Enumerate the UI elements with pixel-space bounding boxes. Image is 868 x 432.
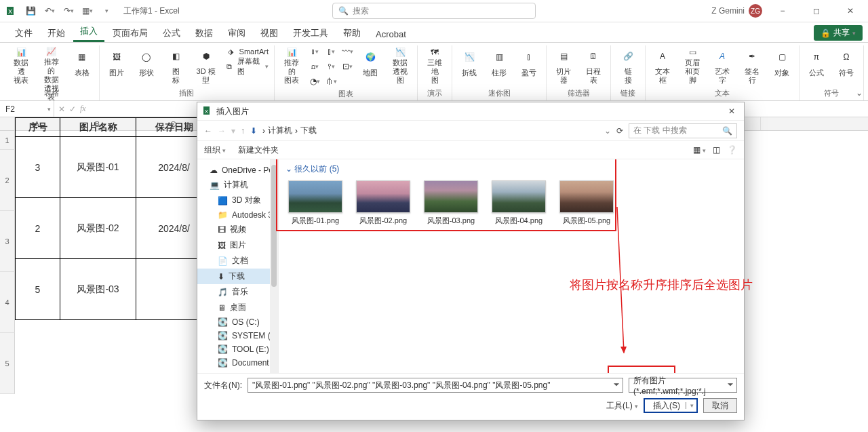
filetype-combo[interactable]: 所有图片(*.emf;*.wmf;*.jpg;*.j [629,378,737,393]
file-group-header[interactable]: ⌄ 很久以前 (5) [285,163,737,175]
fx-icon[interactable]: fx [80,104,86,114]
chart-type-icon[interactable]: ⫿▾ [325,45,337,58]
headerfooter-button[interactable]: ▭页眉和页脚 [679,45,705,86]
tab-帮助[interactable]: 帮助 [336,23,368,42]
excel-app-icon[interactable]: X [4,3,19,18]
tree-item[interactable]: 💽Document (F:) [197,356,278,370]
tree-item[interactable]: 🎵音乐 [197,284,278,300]
chart-type-icon[interactable]: ⫛▾ [325,75,337,87]
slicer-button[interactable]: ▤切片器 [551,45,576,86]
equation-button[interactable]: π公式 [804,45,829,86]
table-cell[interactable]: 2 [16,198,60,259]
collapse-ribbon-icon[interactable]: ⌄ [856,88,863,98]
breadcrumb[interactable]: › 计算机 › 下载 [262,125,317,136]
chart-type-icon[interactable]: ⊡▾ [341,60,353,73]
cancel-button[interactable]: 取消 [703,398,737,413]
up-button[interactable]: ↑ [241,126,245,136]
file-tile[interactable]: 风景图-04.png [489,179,549,227]
object-button[interactable]: ▢对象 [769,45,795,86]
3dmap-button[interactable]: 🗺三维地 图 [422,45,448,86]
tab-文件[interactable]: 文件 [8,23,39,42]
tree-item[interactable]: 💽OS (C:) [197,315,278,329]
table-button[interactable]: ▦表格 [69,45,95,86]
table-cell[interactable]: 风景图-02 [60,198,136,259]
row-header[interactable]: 4 [0,272,15,333]
dialog-close-button[interactable]: ✕ [725,104,738,118]
textbox-button[interactable]: A文本框 [650,45,675,86]
pivotchart-button[interactable]: 📉数据透视图 [387,45,413,86]
minimize-button[interactable]: − [769,1,796,21]
tools-button[interactable]: 工具(L) ▾ [606,400,638,412]
qat-extra-icon[interactable]: ▦▾ [80,3,95,18]
tree-item[interactable]: 🎞视频 [197,222,278,237]
table-cell[interactable]: 5 [16,259,60,320]
address-dropdown-icon[interactable]: ⌄ [604,126,611,136]
timeline-button[interactable]: 🗓日程表 [580,45,606,86]
tree-item[interactable]: ⬇下载 [197,269,278,284]
pictures-button[interactable]: 🖼图片 [104,45,130,86]
3dmodels-button[interactable]: ⬢3D 模 型 [193,45,219,86]
file-tile[interactable]: 风景图-01.png [285,179,345,227]
recommended-charts-button[interactable]: 📊推荐的 图表 [279,45,304,86]
pivottable-button[interactable]: 📊数据透 视表 [8,45,34,86]
tree-item[interactable]: 📄文档 [197,253,278,269]
tree-item[interactable]: ☁OneDrive - Personal [197,163,278,177]
sparkline-column-button[interactable]: ▥柱形 [486,45,512,86]
tab-视图[interactable]: 视图 [254,23,285,42]
chart-type-icon[interactable]: 〰▾ [341,45,353,58]
nav-split-icon[interactable]: ▾ [231,126,235,136]
chart-type-icon[interactable]: ⫾▾ [309,45,321,58]
select-all-triangle[interactable] [0,117,15,130]
tab-数据[interactable]: 数据 [189,23,220,42]
qat-customize-icon[interactable]: ▾ [99,3,114,18]
tab-开发工具[interactable]: 开发工具 [286,23,335,42]
newfolder-button[interactable]: 新建文件夹 [238,144,279,156]
link-button[interactable]: 🔗链 接 [615,45,641,86]
help-icon[interactable]: ❔ [727,145,737,155]
table-cell[interactable]: 风景图-01 [60,137,136,198]
tab-Acrobat[interactable]: Acrobat [369,25,413,42]
wordart-button[interactable]: A艺术字 [709,45,735,86]
signature-button[interactable]: ✒签名行 [739,45,765,86]
view-options-button[interactable]: ▦ ▾ [693,145,706,155]
table-cell[interactable]: 风景图-03 [60,259,136,320]
tab-页面布局[interactable]: 页面布局 [106,23,155,42]
redo-icon[interactable]: ↷▾ [61,3,76,18]
file-tile[interactable]: 风景图-03.png [421,179,481,227]
cancel-formula-icon[interactable]: ✕ [58,104,65,114]
tab-审阅[interactable]: 审阅 [221,23,252,42]
shapes-button[interactable]: ◯形状 [134,45,159,86]
undo-icon[interactable]: ↶▾ [42,3,57,18]
save-icon[interactable]: 💾 [23,3,38,18]
row-header[interactable]: 2 [0,150,15,211]
tree-item[interactable]: 🟦3D 对象 [197,193,278,208]
chart-type-icon[interactable]: ⫯▾ [325,60,337,73]
refresh-button[interactable]: ⟳ [616,126,623,136]
sparkline-winloss-button[interactable]: ⫿盈亏 [516,45,542,86]
tree-item[interactable]: 💽TOOL (E:) [197,342,278,356]
organize-button[interactable]: 组织 ▾ [204,144,226,156]
tree-item[interactable]: 🖼图片 [197,237,278,253]
icons-button[interactable]: ◧图 标 [163,45,189,86]
name-box[interactable]: F2 ▾ [0,101,54,117]
tab-开始[interactable]: 开始 [41,23,72,42]
search-box[interactable]: 🔍 搜索 [332,3,536,19]
tree-item[interactable]: 💻计算机 [197,177,278,193]
chart-type-icon[interactable]: ◔▾ [309,75,321,87]
file-tile[interactable]: 风景图-05.png [557,179,616,227]
symbol-button[interactable]: Ω符号 [833,45,859,86]
tree-item[interactable]: 🖥桌面 [197,300,278,315]
row-header[interactable]: 5 [0,333,15,394]
sparkline-line-button[interactable]: 📉折线 [456,45,482,86]
table-cell[interactable]: 3 [16,137,60,198]
filename-combo[interactable]: "风景图-01.png" "风景图-02.png" "风景图-03.png" "… [248,378,623,393]
preview-pane-button[interactable]: ◫ [713,145,720,155]
table-header[interactable]: 序号 [16,118,60,137]
tree-item[interactable]: 💽SYSTEM (D:) [197,329,278,342]
file-tile[interactable]: 风景图-02.png [353,179,413,227]
screenshot-button[interactable]: ⧉屏幕截图 ▾ [223,60,270,73]
recommended-pivot-button[interactable]: 📈推荐的 数据透视表 [38,45,65,86]
map-button[interactable]: 🌍地图 [357,45,383,86]
close-button[interactable]: ✕ [837,1,864,21]
tree-item[interactable]: 📁Autodesk 360 [197,208,278,222]
